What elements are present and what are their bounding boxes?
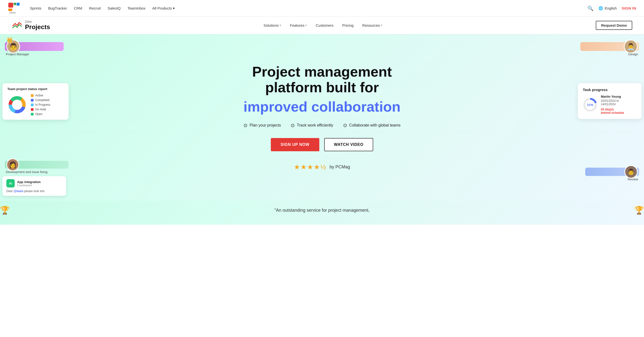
nav-solutions[interactable]: Solutions ▾: [264, 23, 281, 27]
hero-section: 👨 👑 Project Manager Team project status …: [0, 34, 644, 201]
language-selector[interactable]: 🌐 English: [598, 6, 616, 10]
pm-avatar: 👨: [6, 40, 20, 53]
svg-point-7: [10, 98, 24, 112]
checkmark-icon: ⊙: [343, 122, 347, 128]
watch-video-button[interactable]: WATCH VIDEO: [324, 138, 374, 151]
float-right-cards: 👨‍💼 Design Task progress 21% Martin Youn…: [561, 34, 644, 201]
nav-recruit[interactable]: Recruit: [89, 6, 101, 10]
task-dates: 02/01/2024 to14/01/2024: [601, 99, 624, 106]
pm-label: Project Manager: [6, 52, 64, 56]
progress-percent: 21%: [587, 103, 593, 106]
design-avatar: 👨‍💼: [624, 40, 638, 53]
feature-collaborate: ⊙ Collaborate with global teams: [343, 122, 400, 128]
app-card-titles: App integration 5 participant: [17, 180, 41, 187]
nav-bugtracker[interactable]: BugTracker: [48, 6, 67, 10]
task-person: Martin Young: [601, 95, 624, 98]
sign-in-button[interactable]: SIGN IN: [622, 6, 636, 10]
legend-active: Active: [31, 94, 50, 97]
star-rating: ★★★★½: [294, 163, 326, 171]
task-progress-card: Task progress 21% Martin Young 02/01/202…: [578, 83, 642, 119]
request-demo-button[interactable]: Request Demo: [596, 21, 632, 30]
app-card-message: Dear @team please look into: [6, 189, 62, 193]
quote-text: "An outstanding service for project mana…: [274, 208, 370, 213]
legend-completed: Completed: [31, 98, 50, 102]
top-nav-right: 🔍 🌐 English SIGN IN: [588, 5, 636, 11]
crown-icon: 👑: [6, 37, 13, 43]
dev-card: 👩 Development and issue fixing: [5, 161, 68, 174]
product-logo-text: Zoho Projects: [25, 20, 50, 30]
product-nav-links: Solutions ▾ Features ▾ Customers Pricing…: [264, 23, 382, 27]
svg-point-11: [584, 99, 596, 111]
nav-salesiq[interactable]: SalesIQ: [108, 6, 120, 10]
zoho-logo[interactable]: ZOHO: [8, 2, 20, 14]
checkmark-icon: ⊙: [244, 122, 248, 128]
feature-plan: ⊙ Plan your projects: [244, 122, 281, 128]
chevron-down-icon: ▾: [173, 6, 175, 10]
task-progress-title: Task progress: [583, 88, 637, 92]
task-behind: 02 day(s)behind schedule: [601, 108, 624, 114]
hero-features: ⊙ Plan your projects ⊙ Track work effici…: [229, 122, 415, 128]
checkmark-icon: ⊙: [291, 122, 295, 128]
nav-pricing[interactable]: Pricing: [342, 23, 354, 27]
nav-crm[interactable]: CRM: [74, 6, 82, 10]
status-report-card: Team project status report Active: [2, 83, 68, 120]
review-card: 👨 Review: [585, 168, 639, 181]
review-label: Review: [585, 177, 638, 181]
product-logo[interactable]: Zoho Projects: [12, 20, 50, 31]
laurel-left-icon: 🏆: [0, 206, 10, 215]
progress-circle: 21%: [583, 97, 598, 112]
legend-onhold: On Hold: [31, 108, 50, 111]
float-left-cards: 👨 👑 Project Manager Team project status …: [0, 34, 83, 201]
status-card-title: Team project status report: [7, 87, 64, 91]
dev-label: Development and issue fixing: [6, 170, 68, 174]
svg-rect-3: [8, 8, 12, 11]
legend-inprogress: In Progress: [31, 103, 50, 106]
nav-customers[interactable]: Customers: [316, 23, 334, 27]
svg-point-5: [10, 98, 24, 112]
svg-point-8: [10, 98, 24, 112]
search-icon[interactable]: 🔍: [588, 5, 594, 11]
task-info: Martin Young 02/01/2024 to14/01/2024 02 …: [601, 95, 624, 114]
status-card-body: Active Completed In Progress On Hold: [7, 94, 64, 116]
hero-subtitle: improved collaboration: [229, 99, 415, 114]
signup-button[interactable]: SIGN UP NOW: [271, 138, 319, 151]
top-nav: ZOHO Sprints BugTracker CRM Recruit Sale…: [0, 0, 644, 17]
design-label: Design: [580, 52, 638, 56]
feature-track: ⊙ Track work efficiently: [291, 122, 333, 128]
svg-point-6: [10, 98, 24, 112]
nav-features[interactable]: Features ▾: [290, 23, 307, 27]
product-nav: Zoho Projects Solutions ▾ Features ▾ Cus…: [0, 17, 644, 34]
chevron-down-icon: ▾: [280, 24, 281, 27]
laurel-right-icon: 🏆: [634, 206, 644, 215]
hero-center: Project management platform built for im…: [224, 49, 420, 186]
hero-buttons: SIGN UP NOW WATCH VIDEO: [229, 138, 415, 151]
chevron-down-icon: ▾: [381, 24, 382, 27]
task-progress-body: 21% Martin Young 02/01/2024 to14/01/2024…: [583, 95, 637, 114]
dev-avatar: 👩: [6, 158, 19, 171]
svg-rect-2: [17, 3, 20, 6]
rating-source: by PCMag: [330, 164, 350, 170]
app-integration-card: Ai App integration 5 participant Dear @t…: [2, 176, 66, 196]
svg-point-10: [12, 100, 22, 110]
status-legend: Active Completed In Progress On Hold: [31, 94, 50, 116]
donut-chart: [7, 95, 27, 114]
review-avatar: 👨: [624, 165, 638, 178]
rating-section: ★★★★½ by PCMag: [229, 163, 415, 171]
top-nav-links: Sprints BugTracker CRM Recruit SalesIQ T…: [30, 6, 588, 10]
nav-teaminbox[interactable]: TeamInbox: [128, 6, 146, 10]
globe-icon: 🌐: [598, 6, 603, 10]
ai-icon: Ai: [6, 179, 15, 187]
hero-title: Project management platform built for: [229, 64, 415, 95]
legend-open: Open: [31, 112, 50, 116]
svg-point-12: [584, 99, 596, 111]
pm-card: 👨 👑 Project Manager: [5, 42, 64, 56]
chevron-down-icon: ▾: [305, 24, 307, 27]
all-products-dropdown[interactable]: All Products ▾: [152, 6, 175, 10]
svg-rect-0: [8, 3, 13, 7]
svg-rect-1: [14, 3, 16, 5]
nav-sprints[interactable]: Sprints: [30, 6, 42, 10]
quote-section: 🏆 "An outstanding service for project ma…: [0, 201, 644, 225]
design-card: 👨‍💼 Design: [580, 42, 639, 56]
app-card-header: Ai App integration 5 participant: [6, 179, 62, 187]
nav-resources[interactable]: Resources ▾: [362, 23, 382, 27]
